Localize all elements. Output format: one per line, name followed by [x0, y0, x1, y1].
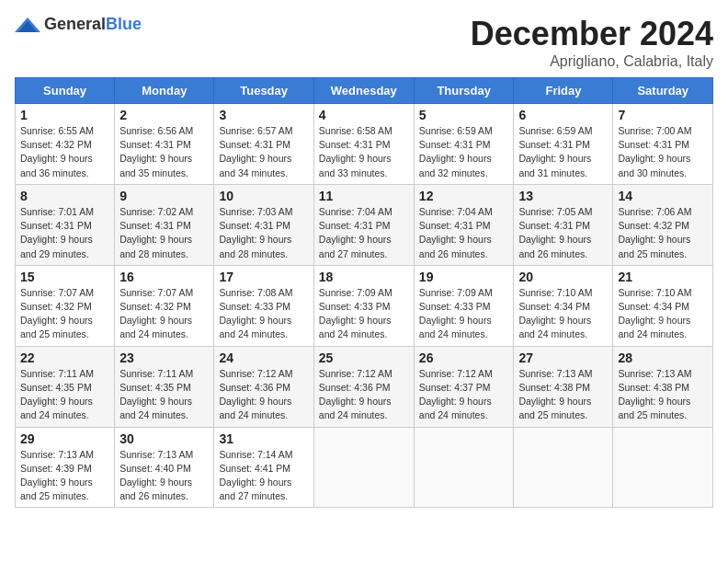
day-cell-5: 5Sunrise: 6:59 AMSunset: 4:31 PMDaylight…	[414, 104, 514, 185]
day-number: 24	[219, 350, 308, 365]
day-info: Sunrise: 6:55 AMSunset: 4:32 PMDaylight:…	[20, 124, 109, 180]
day-cell-10: 10Sunrise: 7:03 AMSunset: 4:31 PMDayligh…	[214, 184, 313, 265]
day-info: Sunrise: 7:07 AMSunset: 4:32 PMDaylight:…	[20, 286, 109, 342]
day-number: 15	[20, 270, 109, 284]
day-number: 8	[20, 189, 109, 203]
day-info: Sunrise: 7:08 AMSunset: 4:33 PMDaylight:…	[219, 286, 308, 342]
title-area: December 2024 Aprigliano, Calabria, Ital…	[471, 15, 713, 70]
week-row-3: 22Sunrise: 7:11 AMSunset: 4:35 PMDayligh…	[16, 346, 713, 427]
day-cell-26: 26Sunrise: 7:12 AMSunset: 4:37 PMDayligh…	[414, 346, 514, 427]
day-number: 25	[319, 350, 409, 365]
day-info: Sunrise: 7:07 AMSunset: 4:32 PMDaylight:…	[119, 286, 209, 342]
week-row-1: 8Sunrise: 7:01 AMSunset: 4:31 PMDaylight…	[16, 184, 713, 265]
empty-cell	[313, 427, 414, 508]
day-cell-17: 17Sunrise: 7:08 AMSunset: 4:33 PMDayligh…	[214, 265, 313, 346]
day-info: Sunrise: 6:56 AMSunset: 4:31 PMDaylight:…	[119, 124, 209, 180]
day-info: Sunrise: 7:13 AMSunset: 4:38 PMDaylight:…	[518, 367, 608, 423]
day-number: 11	[319, 189, 409, 203]
day-cell-19: 19Sunrise: 7:09 AMSunset: 4:33 PMDayligh…	[414, 265, 514, 346]
day-header-tuesday: Tuesday	[214, 78, 313, 104]
day-cell-28: 28Sunrise: 7:13 AMSunset: 4:38 PMDayligh…	[613, 346, 713, 427]
day-number: 4	[319, 108, 409, 122]
empty-cell	[514, 427, 613, 508]
day-number: 16	[119, 270, 209, 284]
header: General Blue December 2024 Aprigliano, C…	[15, 15, 713, 70]
day-number: 10	[219, 189, 308, 203]
day-number: 17	[219, 270, 308, 284]
day-number: 18	[319, 270, 409, 284]
logo-blue: Blue	[106, 15, 142, 34]
day-number: 21	[618, 270, 708, 284]
day-info: Sunrise: 7:11 AMSunset: 4:35 PMDaylight:…	[119, 367, 209, 423]
day-info: Sunrise: 7:09 AMSunset: 4:33 PMDaylight:…	[319, 286, 409, 342]
day-cell-22: 22Sunrise: 7:11 AMSunset: 4:35 PMDayligh…	[16, 346, 115, 427]
day-info: Sunrise: 7:12 AMSunset: 4:36 PMDaylight:…	[219, 367, 308, 423]
day-number: 7	[618, 108, 708, 122]
day-number: 28	[618, 350, 708, 365]
logo: General Blue	[15, 15, 142, 34]
day-info: Sunrise: 7:13 AMSunset: 4:40 PMDaylight:…	[119, 448, 209, 504]
day-info: Sunrise: 6:58 AMSunset: 4:31 PMDaylight:…	[319, 124, 409, 180]
day-number: 3	[219, 108, 308, 122]
day-cell-6: 6Sunrise: 6:59 AMSunset: 4:31 PMDaylight…	[514, 104, 613, 185]
day-cell-3: 3Sunrise: 6:57 AMSunset: 4:31 PMDaylight…	[214, 104, 313, 185]
day-info: Sunrise: 7:05 AMSunset: 4:31 PMDaylight:…	[518, 205, 608, 261]
day-cell-29: 29Sunrise: 7:13 AMSunset: 4:39 PMDayligh…	[16, 427, 115, 508]
day-cell-7: 7Sunrise: 7:00 AMSunset: 4:31 PMDaylight…	[613, 104, 713, 185]
day-info: Sunrise: 7:03 AMSunset: 4:31 PMDaylight:…	[219, 205, 308, 261]
day-info: Sunrise: 6:59 AMSunset: 4:31 PMDaylight:…	[518, 124, 608, 180]
day-cell-21: 21Sunrise: 7:10 AMSunset: 4:34 PMDayligh…	[613, 265, 713, 346]
empty-cell	[414, 427, 514, 508]
day-info: Sunrise: 7:14 AMSunset: 4:41 PMDaylight:…	[219, 448, 308, 504]
day-number: 1	[20, 108, 109, 122]
day-number: 13	[518, 189, 608, 203]
calendar-table: SundayMondayTuesdayWednesdayThursdayFrid…	[15, 77, 713, 508]
day-header-wednesday: Wednesday	[313, 78, 414, 104]
day-info: Sunrise: 7:00 AMSunset: 4:31 PMDaylight:…	[618, 124, 708, 180]
logo-general: General	[44, 15, 106, 34]
day-cell-8: 8Sunrise: 7:01 AMSunset: 4:31 PMDaylight…	[16, 184, 115, 265]
day-number: 30	[119, 431, 209, 446]
day-number: 5	[419, 108, 509, 122]
day-cell-15: 15Sunrise: 7:07 AMSunset: 4:32 PMDayligh…	[16, 265, 115, 346]
day-cell-27: 27Sunrise: 7:13 AMSunset: 4:38 PMDayligh…	[514, 346, 613, 427]
day-cell-20: 20Sunrise: 7:10 AMSunset: 4:34 PMDayligh…	[514, 265, 613, 346]
day-cell-14: 14Sunrise: 7:06 AMSunset: 4:32 PMDayligh…	[613, 184, 713, 265]
day-header-thursday: Thursday	[414, 78, 514, 104]
day-number: 29	[20, 431, 109, 446]
day-info: Sunrise: 7:04 AMSunset: 4:31 PMDaylight:…	[319, 205, 409, 261]
day-cell-9: 9Sunrise: 7:02 AMSunset: 4:31 PMDaylight…	[115, 184, 214, 265]
day-number: 20	[518, 270, 608, 284]
day-number: 19	[419, 270, 509, 284]
day-header-friday: Friday	[514, 78, 613, 104]
logo-icon	[15, 16, 40, 34]
day-info: Sunrise: 7:12 AMSunset: 4:37 PMDaylight:…	[419, 367, 509, 423]
header-row: SundayMondayTuesdayWednesdayThursdayFrid…	[16, 78, 713, 104]
day-info: Sunrise: 7:10 AMSunset: 4:34 PMDaylight:…	[618, 286, 708, 342]
day-cell-24: 24Sunrise: 7:12 AMSunset: 4:36 PMDayligh…	[214, 346, 313, 427]
day-number: 22	[20, 350, 109, 365]
day-info: Sunrise: 7:01 AMSunset: 4:31 PMDaylight:…	[20, 205, 109, 261]
day-info: Sunrise: 7:10 AMSunset: 4:34 PMDaylight:…	[518, 286, 608, 342]
day-cell-11: 11Sunrise: 7:04 AMSunset: 4:31 PMDayligh…	[313, 184, 414, 265]
day-number: 14	[618, 189, 708, 203]
day-header-sunday: Sunday	[16, 78, 115, 104]
day-number: 6	[518, 108, 608, 122]
day-info: Sunrise: 6:59 AMSunset: 4:31 PMDaylight:…	[419, 124, 509, 180]
day-cell-4: 4Sunrise: 6:58 AMSunset: 4:31 PMDaylight…	[313, 104, 414, 185]
day-info: Sunrise: 6:57 AMSunset: 4:31 PMDaylight:…	[219, 124, 308, 180]
day-info: Sunrise: 7:13 AMSunset: 4:39 PMDaylight:…	[20, 448, 109, 504]
day-info: Sunrise: 7:06 AMSunset: 4:32 PMDaylight:…	[618, 205, 708, 261]
day-cell-2: 2Sunrise: 6:56 AMSunset: 4:31 PMDaylight…	[115, 104, 214, 185]
day-info: Sunrise: 7:09 AMSunset: 4:33 PMDaylight:…	[419, 286, 509, 342]
week-row-4: 29Sunrise: 7:13 AMSunset: 4:39 PMDayligh…	[16, 427, 713, 508]
day-cell-18: 18Sunrise: 7:09 AMSunset: 4:33 PMDayligh…	[313, 265, 414, 346]
day-cell-12: 12Sunrise: 7:04 AMSunset: 4:31 PMDayligh…	[414, 184, 514, 265]
day-cell-1: 1Sunrise: 6:55 AMSunset: 4:32 PMDaylight…	[16, 104, 115, 185]
calendar-subtitle: Aprigliano, Calabria, Italy	[471, 53, 713, 70]
day-header-monday: Monday	[115, 78, 214, 104]
week-row-2: 15Sunrise: 7:07 AMSunset: 4:32 PMDayligh…	[16, 265, 713, 346]
day-number: 27	[518, 350, 608, 365]
day-cell-25: 25Sunrise: 7:12 AMSunset: 4:36 PMDayligh…	[313, 346, 414, 427]
day-number: 9	[119, 189, 209, 203]
